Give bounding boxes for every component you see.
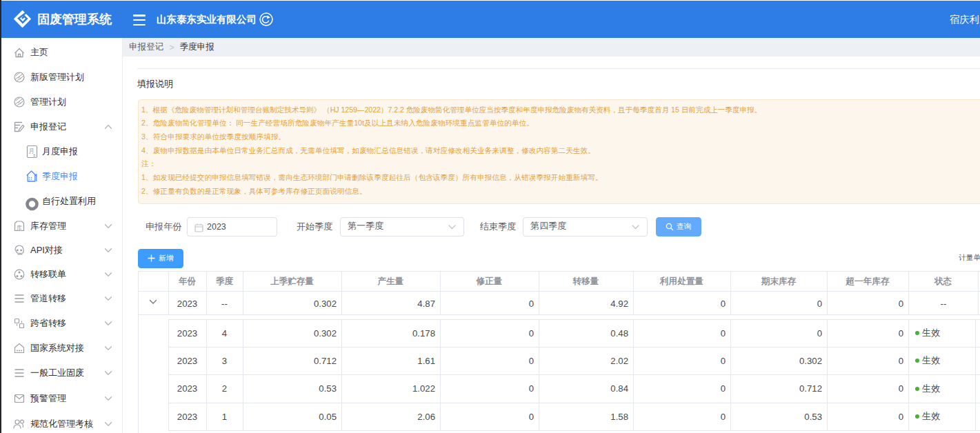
svg-text:库: 库 bbox=[17, 225, 22, 231]
svg-text:月: 月 bbox=[29, 148, 35, 154]
